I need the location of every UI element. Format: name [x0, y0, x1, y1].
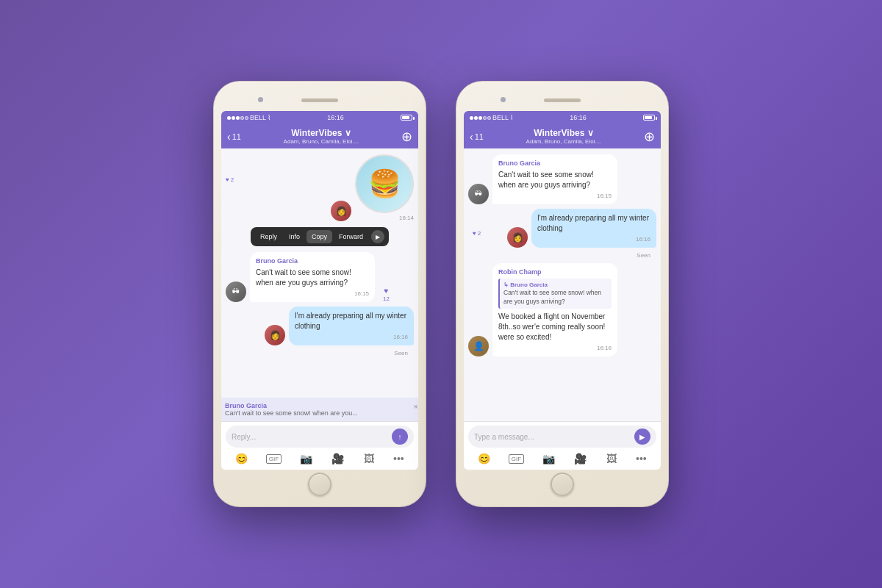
back-arrow-icon-2: ‹ — [470, 131, 473, 143]
dot2-5 — [487, 116, 491, 120]
status-left-1: BELL ⌇ — [227, 114, 270, 121]
signal-dots-2 — [470, 116, 491, 120]
camera-button-1[interactable]: 📷 — [298, 451, 314, 466]
sticker-likes: ♥ 2 — [226, 176, 234, 183]
input-area-1: ↑ 😊 GIF 📷 🎥 🖼 ••• — [221, 421, 418, 470]
like-count-bruno-1: 12 — [383, 295, 390, 302]
forward-button[interactable]: Forward — [334, 230, 368, 243]
message-text-bruno-1: Can't wait to see some snow! when are yo… — [256, 268, 351, 287]
gallery-button-1[interactable]: 🖼 — [362, 451, 376, 466]
gallery-button-2[interactable]: 🖼 — [605, 451, 618, 466]
back-count-1: 11 — [232, 132, 241, 141]
header-center-1: WinterVibes ∨ Adam, Bruno, Camila, Eloi.… — [241, 128, 401, 145]
bubble-self-1: I'm already preparing all my winter clot… — [289, 306, 414, 345]
chat-members-1: Adam, Bruno, Camila, Eloi.... — [241, 138, 401, 145]
message-text-self-1: I'm already preparing all my winter clot… — [295, 312, 406, 330]
add-member-button-2[interactable]: ⊕ — [644, 129, 655, 145]
back-count-2: 11 — [475, 132, 484, 141]
message-input-2[interactable] — [474, 433, 631, 441]
phone-1: BELL ⌇ 16:16 ‹ 11 WinterVibes ∨ Adam, Br… — [213, 81, 426, 507]
play-button[interactable]: ▶ — [371, 230, 384, 243]
reply-name: Bruno Garcia — [225, 402, 417, 409]
sticker-bubble: 🍔 — [355, 154, 414, 213]
home-button-1[interactable] — [308, 473, 331, 496]
more-button-2[interactable]: ••• — [634, 451, 648, 466]
reply-bar-1: Bruno Garcia Can't wait to see some snow… — [221, 398, 418, 421]
input-row-1: ↑ — [226, 426, 414, 448]
front-camera-2 — [501, 97, 506, 102]
more-button-1[interactable]: ••• — [392, 451, 406, 466]
gif-button-1[interactable]: GIF — [266, 454, 282, 464]
message-time-bruno-2: 16:15 — [498, 192, 612, 200]
info-button[interactable]: Info — [284, 230, 305, 243]
video-button-1[interactable]: 🎥 — [330, 451, 345, 466]
header-center-2: WinterVibes ∨ Adam, Bruno, Camila, Eloi.… — [484, 128, 644, 145]
back-button-2[interactable]: ‹ 11 — [470, 131, 484, 143]
speaker-1 — [301, 98, 338, 102]
dot2 — [232, 116, 235, 120]
self-message-row-2: I'm already preparing all my winter clot… — [468, 209, 656, 248]
chat-header-2: ‹ 11 WinterVibes ∨ Adam, Bruno, Camila, … — [464, 124, 661, 148]
input-row-2: ▶ — [468, 426, 656, 448]
avatar-self-1: 👩 — [331, 201, 351, 221]
emoji-button-2[interactable]: 😊 — [476, 451, 492, 466]
send-button-1[interactable]: ↑ — [392, 429, 408, 445]
chat-area-1[interactable]: 🍔 16:14 👩 ♥ 2 Reply Info Copy Forward ▶ — [221, 148, 418, 398]
sender-name-robin: Robin Champ — [498, 268, 612, 277]
toolbar-2: 😊 GIF 📷 🎥 🖼 ••• — [468, 451, 656, 466]
chat-area-2[interactable]: 🕶 Bruno Garcia Can't wait to see some sn… — [464, 148, 661, 421]
sticker-time: 16:14 — [355, 215, 414, 221]
dot5 — [245, 116, 248, 120]
robin-message-row: 👤 Robin Champ ↳ Bruno Garcia Can't wait … — [468, 263, 656, 356]
context-menu[interactable]: Reply Info Copy Forward ▶ — [251, 227, 389, 246]
status-bar-2: BELL ⌇ 16:16 — [464, 111, 661, 124]
gif-button-2[interactable]: GIF — [509, 454, 524, 464]
home-button-2[interactable] — [551, 473, 574, 496]
reply-preview: Can't wait to see some snow! when are yo… — [225, 409, 417, 417]
message-text-bruno-2: Can't wait to see some snow! when are yo… — [498, 171, 594, 189]
phone-top-2 — [464, 92, 661, 108]
video-button-2[interactable]: 🎥 — [573, 451, 588, 466]
phone-bottom-1 — [221, 473, 418, 496]
quoted-text: Can't wait to see some snow! when are yo… — [503, 289, 601, 305]
chat-title-1: WinterVibes ∨ — [241, 128, 401, 138]
camera-button-2[interactable]: 📷 — [541, 451, 556, 466]
message-time-robin: 16:16 — [498, 344, 612, 352]
self-message-row-1: I'm already preparing all my winter clot… — [226, 306, 414, 345]
phone-top-1 — [221, 92, 418, 108]
message-time-bruno-1: 16:15 — [256, 290, 369, 298]
send-button-2[interactable]: ▶ — [634, 429, 650, 445]
phone-bottom-2 — [464, 473, 661, 496]
bruno-message-row-2: 🕶 Bruno Garcia Can't wait to see some sn… — [468, 154, 656, 204]
chat-title-2: WinterVibes ∨ — [484, 128, 644, 138]
input-area-2: ▶ 😊 GIF 📷 🎥 🖼 ••• — [464, 421, 661, 470]
avatar-self-3: 👩 — [507, 227, 528, 248]
screen-2: BELL ⌇ 16:16 ‹ 11 WinterVibes ∨ Adam, Br… — [464, 111, 661, 470]
bubble-bruno-1: Bruno Garcia Can't wait to see some snow… — [250, 252, 375, 302]
copy-button[interactable]: Copy — [306, 230, 332, 243]
reply-close-button[interactable]: × — [414, 402, 418, 411]
avatar-self-2: 👩 — [265, 325, 285, 345]
bruno-message-row-1: 🕶 Bruno Garcia Can't wait to see some sn… — [226, 252, 414, 302]
message-input-1[interactable] — [232, 433, 389, 441]
time-1: 16:16 — [327, 114, 344, 121]
wifi-icon-2: ⌇ — [510, 114, 513, 121]
avatar-bruno-2: 🕶 — [468, 184, 489, 204]
avatar-robin: 👤 — [468, 336, 489, 356]
bruno-likes-1: ♥ 12 — [383, 287, 390, 302]
dot1 — [227, 116, 231, 120]
dot2-2 — [474, 116, 478, 120]
status-bar-1: BELL ⌇ 16:16 — [221, 111, 418, 124]
message-time-self-1: 16:16 — [295, 333, 408, 341]
time-2: 16:16 — [570, 114, 587, 121]
battery-1 — [401, 115, 412, 121]
reply-button[interactable]: Reply — [255, 230, 282, 243]
add-member-button-1[interactable]: ⊕ — [401, 129, 412, 145]
emoji-button-1[interactable]: 😊 — [234, 451, 249, 466]
back-button-1[interactable]: ‹ 11 — [227, 131, 241, 143]
dot3 — [236, 116, 240, 120]
chat-header-1: ‹ 11 WinterVibes ∨ Adam, Bruno, Camila, … — [221, 124, 418, 148]
quoted-message: ↳ Bruno Garcia Can't wait to see some sn… — [498, 279, 612, 309]
back-arrow-icon-1: ‹ — [227, 131, 231, 143]
sticker-image: 🍔 — [355, 154, 414, 213]
